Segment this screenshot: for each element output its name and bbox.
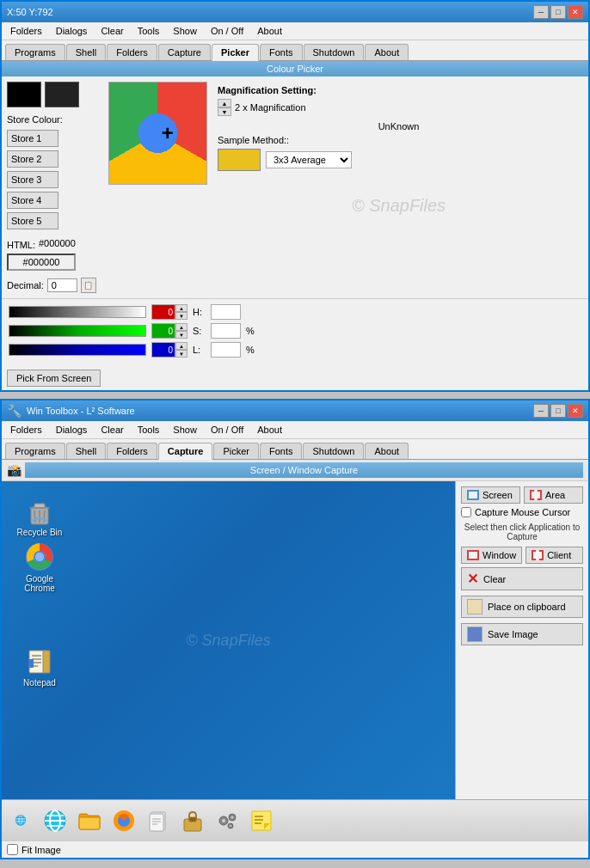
menu-folders-1[interactable]: Folders — [5, 24, 47, 38]
menu-clear-2[interactable]: Clear — [95, 423, 128, 437]
tab-picker-2[interactable]: Picker — [213, 443, 259, 459]
swatch-dark[interactable] — [45, 82, 79, 107]
r-spinner[interactable]: ▲ ▼ — [175, 304, 187, 320]
r-up-btn[interactable]: ▲ — [175, 304, 187, 312]
tab-about-2[interactable]: About — [365, 443, 409, 459]
screen-btn-label: Screen — [482, 490, 513, 500]
taskbar-icon-6[interactable] — [212, 805, 243, 836]
menu-about-2[interactable]: About — [252, 423, 287, 437]
taskbar-icon-4[interactable] — [143, 805, 174, 836]
clear-capture-btn[interactable]: ✕ Clear — [461, 567, 583, 590]
copy-icon-btn[interactable]: 📋 — [81, 278, 96, 293]
store-2-btn[interactable]: Store 2 — [7, 150, 58, 168]
store-1-btn[interactable]: Store 1 — [7, 130, 58, 147]
tab-fonts-2[interactable]: Fonts — [260, 443, 303, 459]
save-image-btn[interactable]: Save Image — [461, 623, 583, 645]
tab-shutdown-1[interactable]: Shutdown — [304, 44, 365, 60]
taskbar-icon-0[interactable]: 🌐 — [5, 805, 36, 836]
store-4-btn[interactable]: Store 4 — [7, 192, 58, 209]
x-icon: ✕ — [467, 571, 478, 587]
tab-fonts-1[interactable]: Fonts — [260, 44, 303, 60]
window-btn[interactable]: Window — [461, 547, 522, 564]
menu-about-1[interactable]: About — [252, 24, 287, 38]
menu-onoff-1[interactable]: On / Off — [206, 24, 249, 38]
tab-programs-1[interactable]: Programs — [5, 44, 65, 60]
decimal-value[interactable]: 0 — [47, 278, 77, 292]
b-value-input[interactable] — [151, 342, 175, 358]
store-5-btn[interactable]: Store 5 — [7, 212, 58, 229]
recycle-bin-desktop-icon[interactable]: Recycle Bin — [14, 498, 65, 537]
tab-shutdown-2[interactable]: Shutdown — [303, 443, 364, 459]
maximize-btn-1[interactable]: □ — [550, 5, 566, 19]
menu-dialogs-1[interactable]: Dialogs — [51, 24, 93, 38]
b-spinbox: ▲ ▼ — [151, 342, 187, 358]
chrome-desktop-icon[interactable]: Google Chrome — [14, 541, 65, 593]
l-text-input[interactable] — [211, 342, 241, 358]
taskbar-icon-1[interactable] — [40, 805, 71, 836]
preview-container — [108, 82, 207, 293]
g-down-btn[interactable]: ▼ — [175, 331, 187, 339]
b-up-btn[interactable]: ▲ — [175, 342, 187, 350]
svg-point-28 — [222, 819, 225, 822]
menu-tools-1[interactable]: Tools — [132, 24, 165, 38]
store-3-btn[interactable]: Store 3 — [7, 171, 58, 188]
close-btn-1[interactable]: ✕ — [568, 5, 583, 19]
b-spinner[interactable]: ▲ ▼ — [175, 342, 187, 358]
swatch-black[interactable] — [7, 82, 41, 107]
taskbar-icon-5[interactable] — [177, 805, 208, 836]
menu-tools-2[interactable]: Tools — [132, 423, 165, 437]
r-value-input[interactable] — [151, 304, 175, 320]
close-btn-2[interactable]: ✕ — [568, 404, 583, 418]
g-value-input[interactable] — [151, 323, 175, 339]
minimize-btn-1[interactable]: ─ — [533, 5, 549, 19]
minimize-btn-2[interactable]: ─ — [533, 404, 549, 418]
tab-capture-2[interactable]: Capture — [158, 443, 213, 460]
menu-onoff-2[interactable]: On / Off — [206, 423, 249, 437]
magnification-spinner[interactable]: ▲ ▼ — [218, 99, 231, 116]
tab-folders-1[interactable]: Folders — [107, 44, 157, 60]
fit-image-checkbox[interactable] — [7, 844, 18, 855]
h-slider-track[interactable] — [9, 306, 146, 318]
left-panel: Store Colour: Store 1 Store 2 Store 3 St… — [7, 82, 101, 293]
tab-shell-1[interactable]: Shell — [66, 44, 106, 60]
maximize-btn-2[interactable]: □ — [550, 404, 566, 418]
screen-btn[interactable]: Screen — [461, 486, 520, 504]
menu-show-1[interactable]: Show — [168, 24, 202, 38]
taskbar-icon-7[interactable] — [246, 805, 277, 836]
b-slider-track[interactable] — [9, 344, 146, 356]
sample-method-select[interactable]: 3x3 Average 1x1 Point 5x5 Average — [266, 151, 352, 168]
area-btn[interactable]: Area — [524, 486, 583, 504]
menu-dialogs-2[interactable]: Dialogs — [51, 423, 93, 437]
mag-up-btn[interactable]: ▲ — [218, 99, 231, 107]
desktop-watermark: © SnapFiles — [186, 632, 270, 650]
notepad-desktop-icon[interactable]: Notepad — [14, 649, 65, 688]
decimal-row: Decimal: 0 📋 — [7, 278, 101, 293]
menu-show-2[interactable]: Show — [168, 423, 202, 437]
menu-clear-1[interactable]: Clear — [95, 24, 128, 38]
client-btn[interactable]: Client — [525, 547, 583, 564]
html-display-box[interactable]: #000000 — [7, 254, 76, 271]
tab-shell-2[interactable]: Shell — [66, 443, 106, 459]
mag-down-btn[interactable]: ▼ — [218, 107, 231, 116]
taskbar-icon-2[interactable] — [74, 805, 105, 836]
mouse-cursor-row: Capture Mouse Cursor — [461, 507, 583, 517]
pick-from-screen-btn[interactable]: Pick From Screen — [7, 370, 101, 387]
tab-picker-1[interactable]: Picker — [212, 44, 259, 61]
mouse-cursor-checkbox[interactable] — [461, 507, 471, 517]
r-down-btn[interactable]: ▼ — [175, 312, 187, 320]
g-slider-track[interactable] — [9, 325, 146, 337]
s-text-input[interactable] — [211, 323, 241, 339]
tab-about-1[interactable]: About — [365, 44, 409, 60]
s-label: S: — [193, 326, 206, 336]
tab-folders-2[interactable]: Folders — [107, 443, 157, 459]
taskbar-icon-3[interactable] — [108, 805, 139, 836]
tab-programs-2[interactable]: Programs — [5, 443, 65, 459]
b-down-btn[interactable]: ▼ — [175, 350, 187, 358]
g-up-btn[interactable]: ▲ — [175, 323, 187, 331]
g-spinner[interactable]: ▲ ▼ — [175, 323, 187, 339]
clipboard-btn[interactable]: Place on clipboard — [461, 596, 583, 618]
h-text-input[interactable] — [211, 304, 241, 320]
menu-folders-2[interactable]: Folders — [5, 423, 47, 437]
wintoolbox-window: 🔧 Win Toolbox - L² Software ─ □ ✕ Folder… — [0, 399, 590, 859]
tab-capture-1[interactable]: Capture — [158, 44, 211, 60]
